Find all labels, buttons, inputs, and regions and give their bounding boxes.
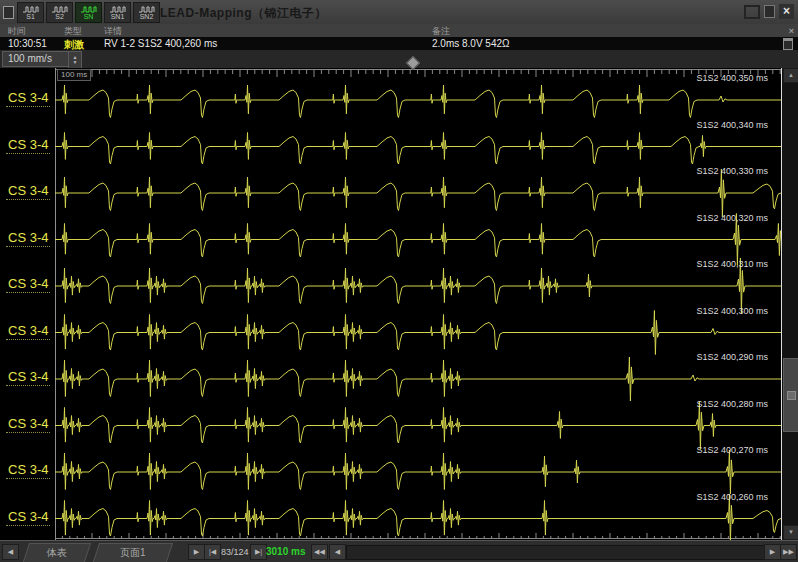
stim-button-sn[interactable]: SN xyxy=(75,2,102,23)
channel-label-ch6[interactable]: CS 3-4 xyxy=(6,323,50,340)
scroll-up-icon[interactable]: ▲ xyxy=(783,68,798,83)
page-indicator: 83/124 xyxy=(221,547,249,557)
scrollbar-thumb[interactable] xyxy=(783,358,798,432)
trial-label-ch10: S1S2 400,260 ms xyxy=(696,492,768,503)
sweep-speed-select[interactable]: 100 mm/s xyxy=(2,51,69,67)
fast-forward-button[interactable]: ▶▶ xyxy=(780,544,797,560)
last-page-button[interactable]: ▶| xyxy=(250,544,267,560)
egm-trace-ch1 xyxy=(55,85,781,118)
time-scale-chip: 100 ms xyxy=(57,69,91,81)
speed-bar: 100 mm/s ▲▼ xyxy=(0,50,798,69)
egm-trace-ch10 xyxy=(55,495,781,541)
channel-label-ch8[interactable]: CS 3-4 xyxy=(6,416,50,433)
event-log-row[interactable]: 10:30:51 刺激 RV 1-2 S1S2 400,260 ms 2.0ms… xyxy=(0,37,798,50)
close-icon[interactable]: × xyxy=(779,4,794,19)
egm-trace-ch3 xyxy=(55,169,781,217)
waveform-area: CS 3-4CS 3-4CS 3-4CS 3-4CS 3-4CS 3-4CS 3… xyxy=(0,68,798,540)
egm-trace-ch8 xyxy=(55,402,781,450)
stim-button-s2[interactable]: S2 xyxy=(46,2,73,23)
bottom-bar: ◀ 体表页面1 ▶ |◀ 83/124 ▶| 3010 ms ◀◀ ◀ ▶ ▶▶ xyxy=(0,540,798,562)
egm-traces-canvas xyxy=(55,68,781,540)
app-icon xyxy=(3,6,14,19)
step-back-button[interactable]: ◀◀ xyxy=(311,544,328,560)
trial-label-ch6: S1S2 400,300 ms xyxy=(696,306,768,317)
sweep-length-label: 3010 ms xyxy=(266,546,305,557)
channel-label-ch5[interactable]: CS 3-4 xyxy=(6,276,50,293)
egm-trace-ch9 xyxy=(55,450,781,494)
vertical-scrollbar[interactable]: ▲ ▼ xyxy=(782,68,798,540)
egm-trace-ch6 xyxy=(55,311,781,355)
window-title: LEAD-Mapping（锦江电子） xyxy=(160,5,327,22)
trial-label-ch7: S1S2 400,290 ms xyxy=(696,352,768,363)
egm-trace-ch7 xyxy=(55,357,781,401)
stim-button-sn1[interactable]: SN1 xyxy=(104,2,131,23)
event-log-close-icon[interactable]: × xyxy=(789,25,794,37)
trial-label-ch5: S1S2 400,310 ms xyxy=(696,259,768,270)
egm-trace-ch4 xyxy=(55,214,781,266)
channel-label-ch9[interactable]: CS 3-4 xyxy=(6,462,50,479)
first-page-button[interactable]: |◀ xyxy=(204,544,221,560)
egm-trace-ch5 xyxy=(55,258,781,314)
trial-label-ch1: S1S2 400,350 ms xyxy=(696,73,768,84)
horizontal-scrollbar[interactable] xyxy=(346,545,768,560)
event-log-expand-icon[interactable] xyxy=(783,38,793,50)
event-time: 10:30:51 xyxy=(8,38,47,49)
trial-label-ch9: S1S2 400,270 ms xyxy=(696,445,768,456)
event-detail: RV 1-2 S1S2 400,260 ms xyxy=(104,38,217,49)
scrollbar-grip-icon xyxy=(787,391,796,400)
tab-surface[interactable]: 体表 xyxy=(23,543,91,562)
app-window: S1S2SNSN1SN2 LEAD-Mapping（锦江电子） × 时间 类型 … xyxy=(0,0,798,562)
stim-button-s1[interactable]: S1 xyxy=(17,2,44,23)
trial-label-ch8: S1S2 400,280 ms xyxy=(696,399,768,410)
sweep-speed-stepper[interactable]: ▲▼ xyxy=(68,51,82,69)
channel-label-ch4[interactable]: CS 3-4 xyxy=(6,230,50,247)
stim-toolbar: S1S2SNSN1SN2 xyxy=(17,2,160,23)
pin-icon[interactable] xyxy=(764,5,775,18)
channel-label-ch1[interactable]: CS 3-4 xyxy=(6,90,50,107)
event-log-header: 时间 类型 详情 备注 × xyxy=(0,24,798,38)
next-button[interactable]: ▶ xyxy=(764,544,781,560)
channel-label-ch7[interactable]: CS 3-4 xyxy=(6,369,50,386)
channel-label-ch2[interactable]: CS 3-4 xyxy=(6,137,50,154)
event-log: 时间 类型 详情 备注 × 10:30:51 刺激 RV 1-2 S1S2 40… xyxy=(0,24,798,50)
trial-label-ch4: S1S2 400,320 ms xyxy=(696,213,768,224)
stim-button-sn2[interactable]: SN2 xyxy=(133,2,160,23)
trial-label-ch2: S1S2 400,340 ms xyxy=(696,120,768,131)
egm-trace-ch2 xyxy=(55,133,781,165)
window-controls: × xyxy=(744,4,794,19)
scroll-down-icon[interactable]: ▼ xyxy=(783,525,798,540)
tab-scroll-right-button[interactable]: ▶ xyxy=(188,544,205,560)
tab-page1[interactable]: 页面1 xyxy=(93,543,173,562)
maximize-icon[interactable] xyxy=(744,5,760,19)
title-bar: S1S2SNSN1SN2 LEAD-Mapping（锦江电子） × xyxy=(0,0,798,25)
event-note: 2.0ms 8.0V 542Ω xyxy=(432,38,510,49)
channel-label-ch10[interactable]: CS 3-4 xyxy=(6,509,50,526)
prev-button[interactable]: ◀ xyxy=(329,544,346,560)
channel-label-ch3[interactable]: CS 3-4 xyxy=(6,183,50,200)
trial-label-ch3: S1S2 400,330 ms xyxy=(696,166,768,177)
channel-gutter: CS 3-4CS 3-4CS 3-4CS 3-4CS 3-4CS 3-4CS 3… xyxy=(0,68,56,540)
tab-scroll-left-button[interactable]: ◀ xyxy=(2,544,19,560)
